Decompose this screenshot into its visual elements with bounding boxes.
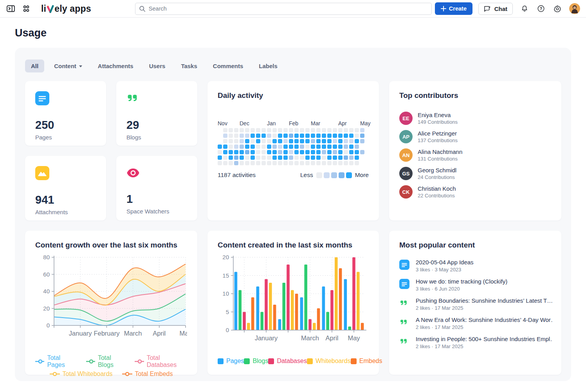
create-button[interactable]: Create <box>435 2 472 15</box>
tab-tasks[interactable]: Tasks <box>175 60 203 72</box>
contributor-item[interactable]: ANAlina Nachtmann131 Contributions <box>399 148 551 162</box>
legend-item[interactable]: Total Pages <box>35 354 77 369</box>
contributor-contributions: 131 Contributions <box>418 156 462 162</box>
legend-item[interactable]: Embeds <box>351 358 382 365</box>
heatmap-cell <box>234 161 238 165</box>
legend-item[interactable]: Total Whiteboards <box>50 370 113 378</box>
contributor-item[interactable]: APAlice Petzinger137 Contributions <box>399 130 551 143</box>
heatmap-cell <box>229 161 233 165</box>
stat-label: Blogs <box>126 134 187 141</box>
heatmap-legend-swatch <box>331 172 337 178</box>
most-popular-card: Most popular content 2020-05-04 App Idea… <box>389 231 561 375</box>
contributor-contributions: 22 Contributions <box>418 193 456 199</box>
heatmap-cell <box>322 139 326 143</box>
heatmap-cell <box>245 155 249 160</box>
popular-content-item[interactable]: Investing in People: 500+ Sunshine Indus… <box>399 336 551 349</box>
legend-item[interactable]: Blogs <box>244 358 268 365</box>
heatmap-cell <box>294 145 299 149</box>
svg-text:0: 0 <box>226 327 229 333</box>
heatmap-cell <box>251 155 255 160</box>
tab-content[interactable]: Content <box>48 60 88 72</box>
tab-attachments[interactable]: Attachments <box>92 60 139 72</box>
svg-text:March: March <box>124 330 142 337</box>
heatmap-cell <box>349 145 353 149</box>
heatmap-cell <box>240 134 244 138</box>
help-icon[interactable]: ? <box>536 4 546 13</box>
contributor-item[interactable]: EEEniya Eneva149 Contributions <box>399 112 551 125</box>
activity-heatmap <box>218 128 369 165</box>
svg-text:January: January <box>69 330 92 337</box>
legend-line-marker <box>50 372 60 376</box>
heatmap-cell <box>305 145 310 149</box>
heatmap-cell <box>333 150 337 154</box>
heatmap-cell <box>256 139 260 143</box>
popular-content-item[interactable]: A New Era of Work: Sunshine Industries’ … <box>399 316 551 330</box>
legend-item[interactable]: Databases <box>268 358 307 365</box>
heatmap-cell <box>283 155 288 160</box>
heatmap-cell <box>316 161 321 165</box>
daily-activity-card: Daily activity NovDecJanFebMarAprMay 118… <box>207 81 379 220</box>
popular-content-item[interactable]: How we do: time tracking (Clockify)3 lik… <box>399 278 551 292</box>
heatmap-cell <box>327 139 332 143</box>
heatmap-cell <box>289 134 293 138</box>
legend-item[interactable]: Total Databases <box>135 354 187 369</box>
heatmap-cell <box>261 128 266 132</box>
legend-item[interactable]: Total Blogs <box>86 354 126 369</box>
user-avatar[interactable] <box>569 3 580 14</box>
contributor-item[interactable]: CKChristian Koch22 Contributions <box>399 185 551 199</box>
app-logo[interactable]: li ely apps <box>41 4 91 14</box>
popular-content-meta: 3 likes · 6 Jun 2020 <box>416 286 507 292</box>
settings-gear-icon[interactable] <box>553 4 562 13</box>
heatmap-cell <box>251 139 255 143</box>
heatmap-cell <box>223 128 227 132</box>
popular-content-item[interactable]: Pushing Boundaries: Sunshine Industries’… <box>399 297 551 311</box>
heatmap-cell <box>311 128 315 132</box>
heatmap-cell <box>311 155 315 160</box>
heatmap-cell <box>333 145 337 149</box>
heatmap-cell <box>311 161 315 165</box>
tab-all[interactable]: All <box>25 60 44 72</box>
chat-icon <box>484 5 491 12</box>
heatmap-cell <box>311 139 315 143</box>
heatmap-cell <box>344 139 348 143</box>
svg-text:January: January <box>255 334 278 341</box>
popular-content-meta: 3 likes · 3 May 2023 <box>416 267 474 273</box>
heatmap-cell <box>234 139 238 143</box>
legend-swatch <box>268 358 274 364</box>
heatmap-cell <box>344 128 348 132</box>
avatar: CK <box>399 185 413 199</box>
tab-labels[interactable]: Labels <box>253 60 283 72</box>
heatmap-cell <box>267 155 271 160</box>
heatmap-cell <box>322 145 326 149</box>
heatmap-cell <box>223 145 227 149</box>
sidebar-toggle-icon[interactable] <box>6 4 15 13</box>
avatar: GS <box>399 167 413 180</box>
heatmap-cell <box>316 155 321 160</box>
heatmap-cell <box>289 139 293 143</box>
content-created-title: Content created in the last six months <box>218 241 369 249</box>
content-growth-card: Content growth over the last six months … <box>25 231 197 375</box>
tab-comments[interactable]: Comments <box>207 60 249 72</box>
heatmap-cell <box>316 145 321 149</box>
contributor-item[interactable]: GSGeorg Schmidl24 Contributions <box>399 167 551 180</box>
heatmap-cell <box>261 150 266 154</box>
heatmap-cell <box>355 134 359 138</box>
contributors-list: EEEniya Eneva149 ContributionsAPAlice Pe… <box>399 112 551 199</box>
popular-content-item[interactable]: 2020-05-04 App Ideas3 likes · 3 May 2023 <box>399 259 551 273</box>
search-input[interactable] <box>135 3 432 15</box>
heatmap-cell <box>289 150 293 154</box>
chat-button[interactable]: Chat <box>478 3 513 15</box>
legend-item[interactable]: Whiteboards <box>307 358 351 365</box>
popular-content-meta: 2 likes · 17 Mar 2025 <box>416 343 553 349</box>
stat-label: Space Watchers <box>126 208 187 215</box>
legend-item[interactable]: Total Embeds <box>122 370 173 378</box>
svg-text:15: 15 <box>222 272 229 279</box>
heatmap-cell <box>300 139 304 143</box>
tab-users[interactable]: Users <box>143 60 171 72</box>
heatmap-cell <box>234 150 238 154</box>
notifications-bell-icon[interactable] <box>520 4 529 13</box>
daily-activity-title: Daily activity <box>218 91 369 100</box>
app-grid-icon[interactable] <box>22 4 31 13</box>
legend-item[interactable]: Pages <box>218 358 244 365</box>
heatmap-cell <box>338 128 343 132</box>
